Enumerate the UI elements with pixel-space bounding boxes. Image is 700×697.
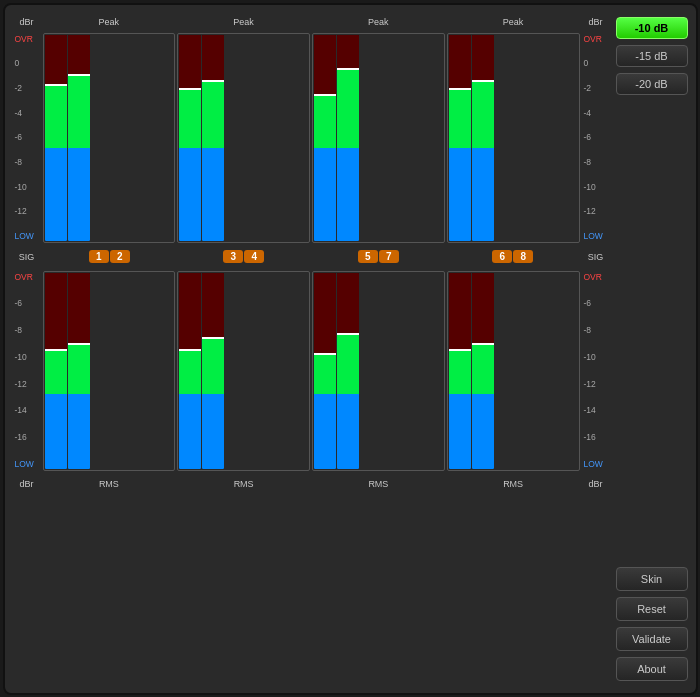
meter-ch1	[45, 35, 67, 241]
bot-scale-6-right: -6	[584, 299, 608, 308]
bot-scale-12-left: -12	[15, 380, 39, 389]
footer-rms-4: RMS	[447, 479, 580, 489]
seg-blue-5	[314, 148, 336, 241]
meter-ch4	[202, 35, 224, 241]
bot-peak-8	[472, 343, 494, 345]
peak-line-8	[472, 80, 494, 82]
bot-pair-6-8	[447, 271, 580, 471]
scale-0-right: 0	[584, 59, 608, 68]
scale-ovr-left: OVR	[15, 35, 39, 44]
seg-green-7	[337, 70, 359, 148]
db-button-20[interactable]: -20 dB	[616, 73, 688, 95]
bot-seg-green-7	[337, 335, 359, 394]
bot-scale-16-left: -16	[15, 433, 39, 442]
bot-seg-dark-3	[179, 273, 201, 351]
scale-4-left: -4	[15, 109, 39, 118]
seg-dark-2	[68, 35, 90, 76]
badge-pair-1-2: 1 2	[89, 250, 130, 263]
seg-green-8	[472, 82, 494, 148]
peak-line-1	[45, 84, 67, 86]
bot-seg-green-3	[179, 351, 201, 394]
meter-ch8-bar	[472, 35, 494, 241]
main-container: dBr Peak Peak Peak Peak dBr OVR 0 -2 -4 …	[3, 3, 698, 695]
meter-ch3	[179, 35, 201, 241]
scale-10-left: -10	[15, 183, 39, 192]
bot-bar-ch6	[449, 273, 471, 469]
bot-seg-green-6	[449, 351, 471, 394]
meter-ch5-bar	[314, 35, 336, 241]
bot-scale-14-left: -14	[15, 406, 39, 415]
meter-ch2	[68, 35, 90, 241]
bot-peak-7	[337, 333, 359, 335]
badge-ch5: 5	[358, 250, 378, 263]
top-right-label: dBr	[582, 17, 610, 27]
badge-pair-5-7: 5 7	[358, 250, 399, 263]
scale-ovr-right: OVR	[584, 35, 608, 44]
bot-bar-ch7	[337, 273, 359, 469]
seg-blue-1	[45, 148, 67, 241]
meter-ch4-bar	[202, 35, 224, 241]
top-peak-1: Peak	[43, 17, 176, 27]
db-button-15[interactable]: -15 dB	[616, 45, 688, 67]
bot-meter-ch4	[202, 273, 224, 469]
top-peak-2: Peak	[177, 17, 310, 27]
bot-peak-1	[45, 349, 67, 351]
seg-blue-7	[337, 148, 359, 241]
meter-ch2-bar	[68, 35, 90, 241]
meter-ch5	[314, 35, 336, 241]
bot-bar-ch2	[68, 273, 90, 469]
bot-right-scale: OVR -6 -8 -10 -12 -14 -16 LOW	[582, 271, 610, 471]
seg-dark-7	[337, 35, 359, 70]
top-right-scale: OVR 0 -2 -4 -6 -8 -10 -12 LOW	[582, 33, 610, 243]
bot-bar-ch3	[179, 273, 201, 469]
seg-blue-8	[472, 148, 494, 241]
bot-meter-ch5	[314, 273, 336, 469]
bot-peak-3	[179, 349, 201, 351]
scale-10-right: -10	[584, 183, 608, 192]
bot-seg-blue-1	[45, 394, 67, 468]
side-panel: -10 dB -15 dB -20 dB Skin Reset Validate…	[616, 13, 688, 685]
bot-meter-ch6	[449, 273, 471, 469]
scale-12-left: -12	[15, 207, 39, 216]
bot-seg-green-8	[472, 345, 494, 394]
bot-peak-6	[449, 349, 471, 351]
bot-seg-dark-2	[68, 273, 90, 346]
bot-bar-ch8	[472, 273, 494, 469]
db-button-10[interactable]: -10 dB	[616, 17, 688, 39]
bot-seg-blue-8	[472, 394, 494, 468]
bot-seg-green-1	[45, 351, 67, 394]
validate-button[interactable]: Validate	[616, 627, 688, 651]
bot-scale-low-right: LOW	[584, 460, 608, 469]
scale-4-right: -4	[584, 109, 608, 118]
top-section: dBr Peak Peak Peak Peak dBr OVR 0 -2 -4 …	[13, 13, 610, 243]
skin-button[interactable]: Skin	[616, 567, 688, 591]
bottom-section: OVR -6 -8 -10 -12 -14 -16 LOW	[13, 271, 610, 493]
seg-green-2	[68, 76, 90, 148]
bot-scale-12-right: -12	[584, 380, 608, 389]
seg-dark-8	[472, 35, 494, 82]
meter-panel: dBr Peak Peak Peak Peak dBr OVR 0 -2 -4 …	[13, 13, 610, 685]
bot-bar-ch5	[314, 273, 336, 469]
meter-ch1-bar	[45, 35, 67, 241]
bot-left-scale: OVR -6 -8 -10 -12 -14 -16 LOW	[13, 271, 41, 471]
badge-ch4: 4	[244, 250, 264, 263]
footer-rms-2: RMS	[177, 479, 310, 489]
badge-ch7: 7	[379, 250, 399, 263]
sig-left-label: SIG	[13, 252, 41, 262]
about-button[interactable]: About	[616, 657, 688, 681]
bot-pair-5-7	[312, 271, 445, 471]
peak-line-4	[202, 80, 224, 82]
seg-dark-5	[314, 35, 336, 97]
bot-seg-blue-5	[314, 394, 336, 468]
seg-green-6	[449, 90, 471, 148]
footer-right-label: dBr	[582, 479, 610, 489]
peak-line-6	[449, 88, 471, 90]
peak-line-5	[314, 94, 336, 96]
badge-ch1: 1	[89, 250, 109, 263]
reset-button[interactable]: Reset	[616, 597, 688, 621]
meter-ch7-bar	[337, 35, 359, 241]
top-peak-4: Peak	[447, 17, 580, 27]
seg-blue-2	[68, 148, 90, 241]
bot-scale-8-right: -8	[584, 326, 608, 335]
top-meter-area: OVR 0 -2 -4 -6 -8 -10 -12 LOW	[13, 33, 610, 243]
